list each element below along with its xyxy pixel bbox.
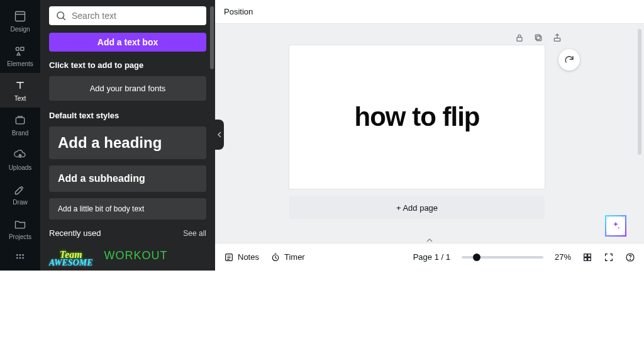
svg-rect-18: [584, 254, 587, 257]
elements-icon: [13, 44, 27, 58]
svg-point-5: [19, 254, 21, 256]
recent-item[interactable]: Team AWESOME: [49, 249, 93, 268]
rail-label: Elements: [7, 60, 33, 67]
svg-rect-12: [536, 36, 541, 40]
position-button[interactable]: Position: [224, 7, 253, 16]
refresh-icon: [564, 54, 575, 65]
svg-point-15: [618, 227, 619, 228]
rail-label: Design: [10, 26, 30, 33]
svg-point-6: [22, 254, 24, 256]
click-hint: Click text to add to page: [49, 60, 206, 70]
share-icon[interactable]: [552, 33, 562, 43]
svg-rect-14: [554, 38, 560, 42]
recent-text: WORKOUT: [104, 249, 168, 262]
svg-point-23: [630, 259, 630, 259]
rail-label: Brand: [12, 130, 29, 137]
fullscreen-button[interactable]: [604, 252, 614, 262]
recent-item[interactable]: WORKOUT: [104, 249, 168, 268]
collapse-panel-button[interactable]: [215, 120, 224, 150]
notes-label: Notes: [238, 252, 259, 262]
svg-rect-3: [16, 118, 24, 124]
rail-projects[interactable]: Projects: [0, 211, 40, 246]
canvas-area: Position how to flip + Add page: [215, 0, 644, 271]
add-brand-fonts-button[interactable]: Add your brand fonts: [49, 76, 206, 101]
stage-scrollbar[interactable]: [638, 29, 641, 155]
rail-design[interactable]: Design: [0, 4, 40, 38]
search-icon: [55, 10, 67, 21]
fullscreen-icon: [604, 252, 614, 262]
chevron-up-icon: [426, 238, 433, 243]
timer-button[interactable]: Timer: [270, 252, 305, 262]
stage[interactable]: how to flip + Add page: [215, 24, 644, 243]
grid-icon: [15, 253, 25, 263]
grid-view-button[interactable]: [582, 252, 592, 262]
draw-icon: [13, 182, 27, 196]
svg-rect-19: [588, 254, 591, 257]
notes-button[interactable]: Notes: [224, 252, 259, 262]
add-page-button[interactable]: + Add page: [289, 196, 545, 219]
text-panel: Add a text box Click text to add to page…: [40, 0, 215, 271]
duplicate-icon[interactable]: [533, 33, 543, 43]
zoom-slider[interactable]: [462, 256, 543, 259]
search-input-wrap[interactable]: [49, 6, 206, 25]
add-body-button[interactable]: Add a little bit of body text: [49, 198, 206, 220]
context-toolbar: Position: [215, 0, 644, 24]
svg-point-1: [16, 47, 19, 50]
page-indicator[interactable]: Page 1 / 1: [413, 252, 450, 262]
recent-text: AWESOME: [49, 258, 93, 268]
rail-more[interactable]: [0, 246, 40, 271]
svg-point-9: [22, 257, 24, 259]
timer-icon: [270, 252, 280, 262]
page-text[interactable]: how to flip: [355, 102, 480, 132]
drawer-handle[interactable]: [420, 238, 439, 243]
zoom-value[interactable]: 27%: [555, 252, 571, 262]
svg-point-10: [57, 12, 64, 19]
svg-point-8: [19, 257, 21, 259]
svg-rect-2: [21, 47, 24, 50]
default-styles-label: Default text styles: [49, 111, 206, 120]
help-icon: [625, 252, 635, 262]
see-all-link[interactable]: See all: [183, 229, 206, 238]
svg-rect-0: [16, 11, 25, 21]
text-icon: [13, 79, 27, 92]
svg-rect-13: [535, 35, 540, 39]
rail-label: Text: [14, 95, 26, 102]
svg-point-7: [16, 257, 18, 259]
canvas-page[interactable]: how to flip: [289, 45, 545, 189]
svg-point-4: [16, 254, 18, 256]
rail-label: Draw: [13, 199, 27, 206]
svg-rect-20: [584, 257, 587, 260]
add-text-box-button[interactable]: Add a text box: [49, 33, 206, 52]
search-input[interactable]: [72, 11, 200, 21]
rail-text[interactable]: Text: [0, 73, 40, 108]
side-rail: Design Elements Text Brand Uploads Draw …: [0, 0, 40, 271]
timer-label: Timer: [284, 252, 305, 262]
chevron-left-icon: [217, 131, 222, 138]
bottom-bar: Notes Timer Page 1 / 1 27%: [215, 243, 644, 271]
rail-label: Uploads: [9, 164, 32, 171]
projects-icon: [13, 217, 27, 231]
add-heading-button[interactable]: Add a heading: [49, 126, 206, 159]
rail-brand[interactable]: Brand: [0, 108, 40, 142]
svg-rect-21: [588, 257, 591, 260]
zoom-knob[interactable]: [473, 254, 480, 261]
add-subheading-button[interactable]: Add a subheading: [49, 165, 206, 192]
uploads-icon: [13, 148, 27, 162]
grid-icon: [582, 252, 592, 262]
rail-label: Projects: [9, 233, 31, 240]
recent-items: Team AWESOME WORKOUT: [49, 249, 206, 271]
lock-icon[interactable]: [514, 33, 525, 43]
refresh-button[interactable]: [558, 49, 580, 70]
assistant-button[interactable]: [605, 215, 626, 237]
design-icon: [13, 9, 27, 23]
notes-icon: [224, 252, 234, 262]
brand-icon: [13, 113, 27, 127]
help-button[interactable]: [625, 252, 635, 262]
rail-uploads[interactable]: Uploads: [0, 142, 40, 177]
sparkle-icon: [611, 221, 621, 231]
rail-elements[interactable]: Elements: [0, 38, 40, 73]
rail-draw[interactable]: Draw: [0, 177, 40, 211]
recently-used-label: Recently used: [49, 228, 101, 238]
panel-scrollbar[interactable]: [210, 6, 214, 69]
svg-rect-11: [517, 37, 522, 41]
